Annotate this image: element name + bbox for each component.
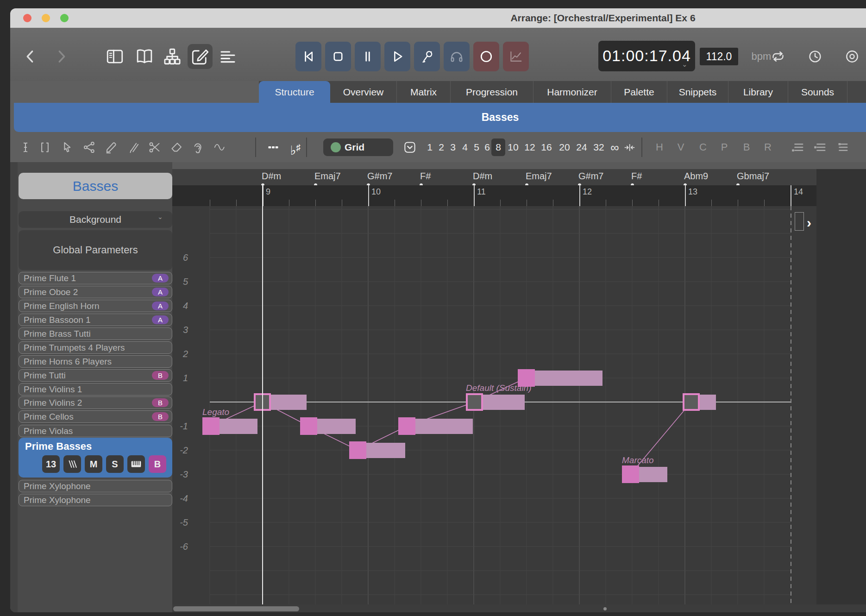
chord-label[interactable]: Gbmaj7 xyxy=(737,171,769,182)
grid-division-20[interactable]: 20 xyxy=(557,138,572,156)
collapse-arrows-icon[interactable] xyxy=(623,141,636,154)
navigate-back-button[interactable] xyxy=(22,48,39,65)
navigate-forward-button[interactable] xyxy=(53,48,69,65)
b-button[interactable]: B xyxy=(149,455,166,473)
note-tail[interactable] xyxy=(219,419,257,434)
note-tail[interactable] xyxy=(534,371,602,386)
note-tail[interactable] xyxy=(270,395,307,410)
grid-division-8[interactable]: 8 xyxy=(491,138,505,156)
tree-icon[interactable] xyxy=(163,47,182,66)
instrument-row[interactable]: Prime Violas xyxy=(19,425,172,437)
eraser-tool[interactable] xyxy=(169,140,183,154)
instrument-row[interactable]: Prime CellosB xyxy=(19,410,172,423)
cursor-tool[interactable] xyxy=(60,140,74,154)
chord-label[interactable]: G#m7 xyxy=(578,171,603,182)
tab-matrix[interactable]: Matrix xyxy=(397,81,451,103)
chord-label[interactable]: Emaj7 xyxy=(526,171,552,182)
list-indent-3-icon[interactable] xyxy=(835,140,849,154)
instrument-row[interactable]: Prime Violins 1 xyxy=(19,383,172,396)
note-tail[interactable] xyxy=(638,467,667,482)
note-tail[interactable] xyxy=(482,395,525,410)
chord-label[interactable]: Emaj7 xyxy=(314,171,341,182)
chord-label[interactable]: F# xyxy=(420,171,431,182)
tab-progression[interactable]: Progression xyxy=(451,81,533,103)
grid-division-10[interactable]: 10 xyxy=(506,138,521,156)
minimize-window-button[interactable] xyxy=(42,14,50,22)
ibeam-tool[interactable] xyxy=(19,140,32,154)
keyboard-button[interactable] xyxy=(127,455,145,473)
expand-panel-button[interactable]: › xyxy=(807,215,811,231)
tab-palette[interactable]: Palette xyxy=(611,81,667,103)
chevron-down-icon[interactable]: ⌄ xyxy=(682,60,688,69)
grid-division-16[interactable]: 16 xyxy=(539,138,554,156)
vertical-scrollbar-thumb[interactable] xyxy=(795,212,804,231)
grid-mode-selector[interactable]: Grid xyxy=(323,138,393,156)
note-head[interactable] xyxy=(398,417,415,435)
grid-division-1[interactable]: 1 xyxy=(424,138,435,156)
m-button[interactable]: M xyxy=(85,455,102,473)
grid-snap-checkbox[interactable] xyxy=(403,140,417,154)
horizontal-scrollbar-thumb[interactable] xyxy=(173,606,299,611)
instrument-row[interactable]: Prime Violins 2B xyxy=(19,396,172,409)
list-indent-2-icon[interactable] xyxy=(813,140,827,154)
list-icon[interactable] xyxy=(218,47,238,66)
time-display[interactable]: 01:00:17.04 xyxy=(598,41,695,71)
dots3-tool[interactable] xyxy=(266,140,280,154)
pencil-tool[interactable] xyxy=(104,140,118,154)
chord-label[interactable]: Abm9 xyxy=(684,171,708,182)
share-tool[interactable] xyxy=(82,140,96,154)
instrument-row[interactable]: Prime Oboe 2A xyxy=(19,286,172,298)
grid-division-4[interactable]: 4 xyxy=(459,138,471,156)
note-tail[interactable] xyxy=(699,395,716,410)
pencil-multi-tool[interactable] xyxy=(126,140,140,154)
play-button[interactable] xyxy=(384,42,410,71)
note-head[interactable] xyxy=(300,417,317,435)
note-head[interactable] xyxy=(622,465,639,483)
tab-snippets[interactable]: Snippets xyxy=(667,81,728,103)
close-window-button[interactable] xyxy=(23,14,31,22)
target-icon[interactable] xyxy=(844,48,860,65)
list-indent-1-icon[interactable] xyxy=(791,140,804,154)
book-icon[interactable] xyxy=(135,47,154,66)
instrument-row[interactable]: Prime Horns 6 Players xyxy=(19,355,172,368)
tempo-field[interactable]: 112.0 xyxy=(700,48,738,65)
grid-division-2[interactable]: 2 xyxy=(436,138,447,156)
playhead[interactable] xyxy=(262,185,263,604)
tab-structure[interactable]: Structure xyxy=(259,81,330,103)
split-view-icon[interactable] xyxy=(105,47,125,66)
shortcut-letter-c[interactable]: C xyxy=(696,140,710,154)
note-head[interactable] xyxy=(518,369,535,387)
note-head-selected[interactable] xyxy=(683,393,700,411)
note-tail[interactable] xyxy=(414,419,473,434)
zoom-window-button[interactable] xyxy=(60,14,69,22)
grid-division-12[interactable]: 12 xyxy=(522,138,537,156)
horizontal-scrollbar-track[interactable] xyxy=(172,604,866,612)
instrument-row[interactable]: Prime Trumpets 4 Players xyxy=(19,341,172,354)
part-selector-button[interactable]: Basses xyxy=(19,173,172,199)
flat-sharp-tool[interactable]: ♭♯ xyxy=(289,140,302,154)
tab-library[interactable]: Library xyxy=(728,81,788,103)
shortcut-letter-h[interactable]: H xyxy=(653,140,666,154)
record-button[interactable] xyxy=(473,42,499,71)
tab-overview[interactable]: Overview xyxy=(330,81,397,103)
instrument-row[interactable]: Prime English HornA xyxy=(19,300,172,312)
tab-harmonizer[interactable]: Harmonizer xyxy=(533,81,611,103)
grid-division-5[interactable]: 5 xyxy=(471,138,482,156)
ear-tool[interactable] xyxy=(191,140,205,154)
instrument-row[interactable]: Prime Xylophone xyxy=(19,494,172,506)
instrument-row[interactable]: Prime Flute 1A xyxy=(19,272,172,284)
shortcut-letter-v[interactable]: V xyxy=(674,140,688,154)
slashes-button[interactable] xyxy=(63,455,81,473)
infinity-icon[interactable]: ∞ xyxy=(609,141,621,154)
note-head[interactable] xyxy=(349,441,366,459)
note-tail[interactable] xyxy=(316,419,356,434)
wave-tool[interactable] xyxy=(213,140,227,154)
chord-label[interactable]: F# xyxy=(631,171,642,182)
mic-button[interactable] xyxy=(414,42,440,71)
grid-division-24[interactable]: 24 xyxy=(574,138,589,156)
shortcut-letter-b[interactable]: B xyxy=(740,140,753,154)
loop-icon[interactable] xyxy=(770,48,786,65)
13-button[interactable]: 13 xyxy=(42,455,60,473)
grid-division-32[interactable]: 32 xyxy=(591,138,606,156)
clock-icon[interactable] xyxy=(807,48,823,65)
